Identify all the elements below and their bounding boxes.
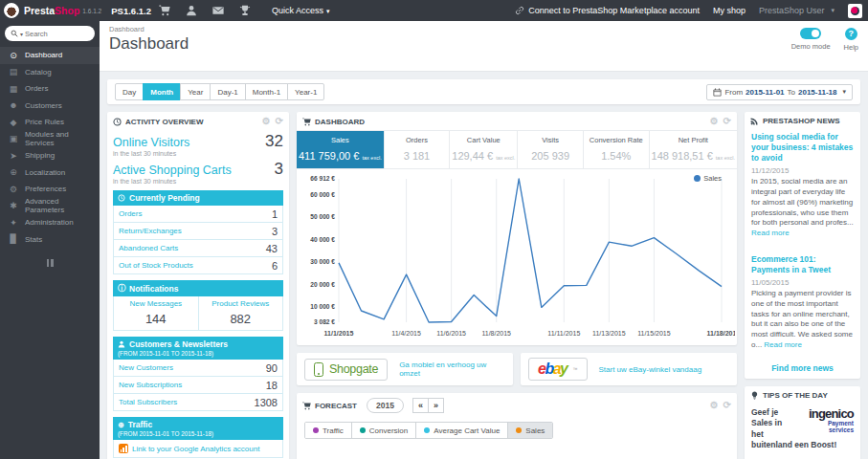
help-control: ? Help [844,28,858,52]
shipping-icon: ➤ [9,151,18,161]
demo-mode-toggle[interactable] [800,28,821,39]
shop-code: PS1.6.1.2 [111,6,151,16]
sidebar-item-orders[interactable]: ▦Orders [0,80,100,98]
refresh-icon[interactable]: ⟳ [723,117,731,126]
active-carts-sub: in the last 30 minutes [113,178,283,185]
messages-icon[interactable] [212,5,224,16]
chart-legend[interactable]: Sales [694,174,722,183]
sidebar-collapse-button[interactable] [45,259,55,267]
range-day-button[interactable]: Day [115,83,144,100]
kpi-orders-tab[interactable]: Orders3 181 [385,131,451,168]
article-title-link[interactable]: Ecommerce 101: Payments in a Tweet [751,254,854,275]
kpi-cart-value-tab[interactable]: Cart Value129,44 € tax excl. [450,131,518,168]
activity-panel-title: ACTIVITY OVERVIEW [125,118,204,126]
preferences-icon: ⚙ [9,185,18,194]
news-article: Ecommerce 101: Payments in a Tweet 11/05… [745,251,860,356]
google-analytics-link[interactable]: Link to your Google Analytics account [132,445,259,453]
range-month-button[interactable]: Month [143,83,181,100]
sidebar-item-price-rules[interactable]: ◆Price Rules [0,114,100,131]
pending-table: Orders1 Return/Exchanges3 Abandoned Cart… [113,206,283,274]
pending-returns-link[interactable]: Return/Exchanges [119,227,182,235]
out-of-stock-link[interactable]: Out of Stock Products [119,261,193,270]
svg-text:11/1/2015: 11/1/2015 [324,330,354,337]
search-input[interactable] [25,30,78,38]
employees-icon[interactable] [186,5,197,16]
svg-text:30 000 €: 30 000 € [310,258,335,265]
currently-pending-header: Currently Pending [113,190,283,206]
dashboard-panel: DASHBOARD ⚙⟳ Sales411 759,00 € tax excl.… [297,112,737,345]
shopgate-link[interactable]: Ga mobiel en verhoog uw omzet [399,361,505,378]
marketplace-link[interactable]: Connect to PrestaShop Marketplace accoun… [515,6,700,15]
forecast-year: 2015 [367,398,404,413]
active-carts-link[interactable]: Active Shopping Carts [113,164,232,177]
sidebar-item-stats[interactable]: ▉Stats [0,231,100,249]
quick-access-menu[interactable]: Quick Access▾ [272,6,330,15]
sidebar-search[interactable]: ▾ [5,26,95,41]
total-subscribers-link[interactable]: Total Subscribers [119,398,177,406]
next-year-button[interactable]: » [428,398,444,413]
product-reviews-link[interactable]: Product Reviews [201,299,281,308]
gear-icon[interactable]: ⚙ [710,117,719,126]
stats-icon: ▉ [9,234,18,244]
range-year-button[interactable]: Year [180,83,211,100]
sidebar-item-catalog[interactable]: ▤Catalog [0,64,100,81]
ebay-logo-badge: ebay™ [528,358,588,381]
sidebar-item-modules[interactable]: ▣Modules and Services [0,131,100,148]
my-shop-link[interactable]: My shop [713,6,746,15]
range-year-1-button[interactable]: Year-1 [287,83,324,100]
online-visitors-sub: in the last 30 minutes [113,150,283,157]
customers-icon [118,340,125,348]
pending-orders-link[interactable]: Orders [119,209,142,218]
abandoned-carts-link[interactable]: Abandoned Carts [119,244,178,252]
clock-icon [118,194,125,202]
advanced-parameters-icon: ✱ [9,201,18,210]
refresh-icon[interactable]: ⟳ [276,117,283,126]
sidebar-item-administration[interactable]: ✦Administration [0,214,100,231]
toggle-conversion[interactable]: Conversion [352,423,416,438]
sidebar-item-customers[interactable]: ☻Customers [0,98,100,115]
user-menu[interactable]: PrestaShop User▾ [759,6,835,15]
new-subscriptions-link[interactable]: New Subscriptions [119,381,182,389]
toggle-average-cart-value[interactable]: Average Cart Value [416,423,508,438]
gear-icon[interactable]: ⚙ [710,401,719,410]
toggle-sales[interactable]: Sales [508,423,552,438]
kpi-sales-tab[interactable]: Sales411 759,00 € tax excl. [297,131,385,168]
read-more-link[interactable]: Read more [751,229,790,237]
online-visitors-link[interactable]: Online Visitors [113,136,189,149]
help-icon[interactable]: ? [845,28,857,40]
read-more-link[interactable]: Read more [764,340,802,349]
table-row: Return/Exchanges3 [113,223,283,240]
sales-line-chart: 11/1/201511/4/201511/6/201511/8/201511/1… [299,171,735,341]
new-messages-link[interactable]: New Messages [116,299,196,308]
trophy-icon[interactable] [239,5,251,16]
range-month-1-button[interactable]: Month-1 [245,83,288,100]
online-visitors-value: 32 [265,132,283,151]
refresh-icon[interactable]: ⟳ [723,401,731,410]
ebay-link[interactable]: Start uw eBay-winkel vandaag [599,365,702,374]
user-avatar[interactable] [848,4,862,18]
news-article: Using social media for your business: 4 … [745,129,860,244]
svg-text:11/18/201: 11/18/201 [707,330,735,337]
article-title-link[interactable]: Using social media for your business: 4 … [751,132,854,164]
find-more-news-link[interactable]: Find more news [745,356,860,379]
range-day-1-button[interactable]: Day-1 [210,83,245,100]
gear-icon[interactable]: ⚙ [262,117,271,126]
kpi-conversion-tab[interactable]: Conversion Rate1.54% [584,131,650,168]
sidebar-item-dashboard[interactable]: ⊙Dashboard [0,47,100,64]
date-range-picker[interactable]: From2015-11-01 To2015-11-18 ▾ [706,84,853,100]
toggle-traffic[interactable]: Traffic [305,423,352,438]
kpi-net-profit-tab[interactable]: Net Profit148 918,51 € tax excl. [650,131,737,168]
svg-text:20 000 €: 20 000 € [310,281,335,288]
sidebar-item-localization[interactable]: ⊕Localization [0,164,100,182]
sidebar-item-preferences[interactable]: ⚙Preferences [0,181,100,198]
svg-text:40 000 €: 40 000 € [310,236,335,243]
new-customers-link[interactable]: New Customers [119,363,173,372]
previous-year-button[interactable]: « [412,398,429,413]
cart-icon[interactable] [159,5,170,16]
chevron-down-icon: ▾ [20,31,23,37]
sidebar-item-advanced-parameters[interactable]: ✱Advanced Parameters [0,198,100,215]
sidebar-item-shipping[interactable]: ➤Shipping [0,147,100,164]
google-analytics-row: Link to your Google Analytics account [113,440,283,458]
date-toolbar: Day Month Year Day-1 Month-1 Year-1 From… [107,79,860,104]
kpi-visits-tab[interactable]: Visits205 939 [518,131,584,168]
